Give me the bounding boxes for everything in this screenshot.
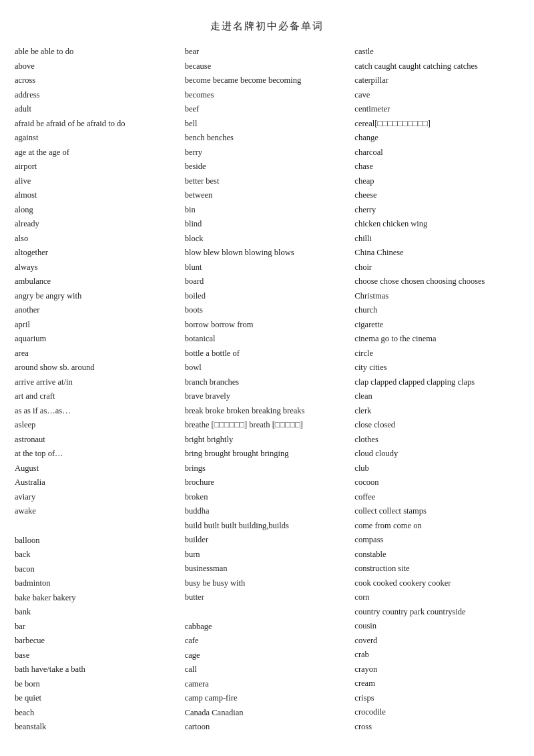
word-entry: breathe [□□□□□□] breath [□□□□□] xyxy=(185,418,350,433)
word-entry: cocoon xyxy=(354,476,519,490)
word-entry: afraid be afraid of be afraid to do xyxy=(15,117,180,132)
word-entry: bar xyxy=(15,620,180,634)
word-entry: collect collect stamps xyxy=(354,504,519,519)
word-entry: crocodile xyxy=(354,705,519,720)
word-entry: bell xyxy=(185,117,350,132)
word-entry: castle xyxy=(354,45,519,59)
word-entry: cousin xyxy=(354,619,519,634)
word-entry: borrow borrow from xyxy=(185,318,350,333)
word-entry: along xyxy=(15,203,180,218)
column-col3: castlecatch caught caught catching catch… xyxy=(352,45,522,734)
word-entry: break broke broken breaking breaks xyxy=(185,404,350,419)
word-entry: beach xyxy=(15,706,180,721)
word-entry: as as if as…as… xyxy=(15,404,180,419)
word-entry: Australia xyxy=(15,476,180,490)
word-entry: botanical xyxy=(185,332,350,347)
word-entry: choose chose chosen choosing chooses xyxy=(354,274,519,289)
word-entry: berry xyxy=(185,146,350,160)
word-entry: adult xyxy=(15,102,180,117)
word-entry: block xyxy=(185,232,350,246)
word-entry: angry be angry with xyxy=(15,289,180,304)
word-entry: able be able to do xyxy=(15,45,180,59)
word-entry: another xyxy=(15,303,180,318)
word-entry: blunt xyxy=(185,260,350,275)
word-entry: burn xyxy=(185,548,350,562)
word-entry: brings xyxy=(185,461,350,476)
word-entry: close closed xyxy=(354,418,519,433)
word-entry: bright brightly xyxy=(185,433,350,447)
word-entry: brochure xyxy=(185,476,350,490)
word-entry: cave xyxy=(354,88,519,103)
word-entry: choir xyxy=(354,260,519,275)
word-entry: clean xyxy=(354,389,519,404)
word-entry: better best xyxy=(185,174,350,189)
word-entry: clap clapped clapped clapping claps xyxy=(354,375,519,390)
word-entry: barbecue xyxy=(15,634,180,648)
word-entry: cross xyxy=(354,720,519,735)
word-entry: chilli xyxy=(354,232,519,246)
word-entry: clothes xyxy=(354,433,519,447)
word-entry: beanstalk xyxy=(15,720,180,735)
word-entry: church xyxy=(354,303,519,318)
word-entry: arrive arrive at/in xyxy=(15,375,180,390)
word-entry: awake xyxy=(15,504,180,519)
word-entry: constable xyxy=(354,548,519,562)
word-entry: bin xyxy=(185,203,350,218)
word-entry: aquarium xyxy=(15,332,180,347)
word-entry: bowl xyxy=(185,361,350,375)
word-entry: butter xyxy=(185,590,350,605)
word-entry: around show sb. around xyxy=(15,361,180,375)
word-entry: above xyxy=(15,59,180,74)
word-entry: become became become becoming xyxy=(185,73,350,88)
word-entry: airport xyxy=(15,160,180,174)
word-entry: against xyxy=(15,131,180,146)
word-entry: build built built building,builds xyxy=(185,519,350,534)
word-entry: cheap xyxy=(354,174,519,189)
word-entry: bath have/take a bath xyxy=(15,663,180,677)
word-entry: club xyxy=(354,461,519,476)
word-entry: also xyxy=(15,232,180,246)
word-entry: country country park countryside xyxy=(354,605,519,620)
word-entry: across xyxy=(15,73,180,88)
word-entry: age at the age of xyxy=(15,146,180,160)
word-entry: cloud cloudy xyxy=(354,447,519,461)
word-entry: blind xyxy=(185,217,350,232)
word-entry: corn xyxy=(354,590,519,605)
word-entry: Christmas xyxy=(354,289,519,304)
word-entry: centimeter xyxy=(354,102,519,117)
word-entry: asleep xyxy=(15,418,180,433)
page-title: 走进名牌初中必备单词 xyxy=(12,20,522,33)
word-entry: cabbage xyxy=(185,620,350,634)
word-entry: becomes xyxy=(185,88,350,103)
word-entry: brave bravely xyxy=(185,389,350,404)
word-entry: be born xyxy=(15,677,180,692)
word-entry: caterpillar xyxy=(354,73,519,88)
word-entry: boiled xyxy=(185,289,350,304)
word-entry: crayon xyxy=(354,663,519,677)
word-entry: branch branches xyxy=(185,375,350,390)
blank-line xyxy=(185,605,350,620)
word-entry: cream xyxy=(354,677,519,691)
word-entry: compass xyxy=(354,533,519,548)
word-entry: crab xyxy=(354,648,519,663)
word-entry: coffee xyxy=(354,490,519,505)
word-entry: cage xyxy=(185,648,350,663)
word-entry: bacon xyxy=(15,562,180,577)
word-entry: charcoal xyxy=(354,146,519,160)
word-entry: busy be busy with xyxy=(185,576,350,591)
column-col1: able be able to doaboveacrossaddressadul… xyxy=(12,45,182,735)
word-entry: come from come on xyxy=(354,519,519,534)
word-entry: bake baker bakery xyxy=(15,591,180,606)
blank-line xyxy=(15,519,180,534)
word-entry: back xyxy=(15,548,180,562)
word-entry: ambulance xyxy=(15,274,180,289)
word-entry: city cities xyxy=(354,361,519,375)
column-col2: bearbecausebecome became become becoming… xyxy=(182,45,352,735)
word-entry: August xyxy=(15,461,180,476)
word-entry: camp camp-fire xyxy=(185,691,350,706)
word-entry: catch caught caught catching catches xyxy=(354,59,519,74)
word-entry: Canada Canadian xyxy=(185,706,350,721)
word-entry: cheese xyxy=(354,188,519,203)
word-entry: cafe xyxy=(185,634,350,648)
word-entry: businessman xyxy=(185,562,350,576)
